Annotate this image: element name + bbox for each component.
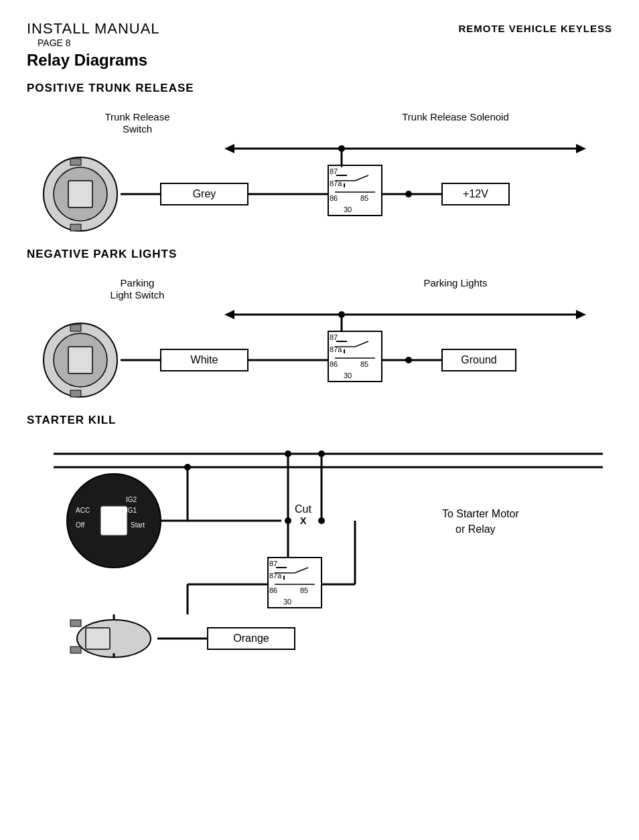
svg-text:Switch: Switch bbox=[123, 123, 152, 135]
svg-text:X: X bbox=[300, 515, 307, 526]
svg-text:White: White bbox=[191, 354, 218, 365]
svg-rect-32 bbox=[70, 159, 81, 165]
svg-text:Trunk Release Solenoid: Trunk Release Solenoid bbox=[402, 111, 509, 122]
svg-rect-66 bbox=[70, 325, 81, 331]
svg-text:Parking: Parking bbox=[121, 277, 155, 288]
svg-rect-68 bbox=[68, 347, 92, 373]
svg-point-80 bbox=[184, 464, 191, 471]
svg-text:ACC: ACC bbox=[76, 507, 90, 514]
diagram-3: IG2 ACC IG1 Off Start Cut X To Starter M… bbox=[27, 434, 612, 661]
svg-text:To Starter Motor: To Starter Motor bbox=[442, 508, 519, 519]
svg-text:86: 86 bbox=[330, 360, 338, 368]
svg-text:85: 85 bbox=[300, 586, 308, 594]
svg-text:IG1: IG1 bbox=[126, 507, 137, 514]
svg-text:30: 30 bbox=[344, 205, 352, 214]
svg-text:30: 30 bbox=[283, 598, 291, 606]
svg-text:87: 87 bbox=[330, 333, 338, 341]
svg-text:86: 86 bbox=[269, 586, 277, 594]
svg-marker-6 bbox=[224, 144, 234, 153]
header-subtitle: REMOTE VEHICLE KEYLESS bbox=[458, 23, 612, 34]
page-number: PAGE 8 bbox=[38, 37, 160, 48]
svg-text:Cut: Cut bbox=[295, 503, 311, 515]
svg-text:30: 30 bbox=[344, 371, 352, 380]
svg-text:87: 87 bbox=[269, 560, 277, 568]
diagram-1: Trunk Release Switch Trunk Release Solen… bbox=[27, 102, 612, 236]
svg-rect-72 bbox=[100, 506, 127, 535]
header-left: INSTALL MANUAL PAGE 8 bbox=[27, 20, 160, 48]
svg-text:+12V: +12V bbox=[463, 188, 488, 199]
svg-rect-113 bbox=[86, 628, 110, 649]
svg-marker-39 bbox=[576, 310, 586, 319]
main-title: Relay Diagrams bbox=[27, 51, 612, 70]
svg-text:86: 86 bbox=[330, 194, 338, 202]
section-heading-3: STARTER KILL bbox=[27, 414, 612, 427]
svg-point-86 bbox=[285, 450, 291, 457]
svg-text:Light Switch: Light Switch bbox=[111, 289, 165, 301]
section-positive-trunk-release: POSITIVE TRUNK RELEASE Trunk Release Swi… bbox=[27, 82, 612, 236]
page-header: INSTALL MANUAL PAGE 8 REMOTE VEHICLE KEY… bbox=[27, 20, 612, 48]
svg-text:Trunk Release: Trunk Release bbox=[105, 111, 170, 122]
svg-text:IG2: IG2 bbox=[126, 496, 137, 503]
svg-text:Parking Lights: Parking Lights bbox=[423, 277, 487, 288]
svg-rect-112 bbox=[70, 647, 81, 653]
svg-text:Grey: Grey bbox=[193, 188, 216, 199]
svg-text:Start: Start bbox=[131, 521, 145, 529]
svg-point-88 bbox=[318, 450, 325, 457]
svg-text:Ground: Ground bbox=[461, 354, 496, 365]
svg-marker-4 bbox=[576, 144, 586, 153]
manual-title: INSTALL MANUAL bbox=[27, 20, 160, 37]
section-starter-kill: STARTER KILL IG2 ACC IG1 Off Start Cut X bbox=[27, 414, 612, 661]
svg-text:or Relay: or Relay bbox=[455, 523, 496, 535]
svg-marker-41 bbox=[224, 310, 234, 319]
svg-text:85: 85 bbox=[360, 194, 368, 202]
section-heading-1: POSITIVE TRUNK RELEASE bbox=[27, 82, 612, 95]
section-negative-park-lights: NEGATIVE PARK LIGHTS Parking Light Switc… bbox=[27, 248, 612, 402]
svg-rect-33 bbox=[70, 224, 81, 231]
diagram-2: Parking Light Switch Parking Lights 87 8… bbox=[27, 268, 612, 402]
svg-rect-111 bbox=[70, 620, 81, 626]
svg-text:Orange: Orange bbox=[233, 633, 269, 644]
svg-text:85: 85 bbox=[360, 360, 368, 368]
svg-text:Off: Off bbox=[76, 521, 84, 529]
svg-rect-67 bbox=[70, 390, 81, 397]
svg-text:87: 87 bbox=[330, 167, 338, 175]
section-heading-2: NEGATIVE PARK LIGHTS bbox=[27, 248, 612, 261]
svg-rect-34 bbox=[68, 181, 92, 207]
